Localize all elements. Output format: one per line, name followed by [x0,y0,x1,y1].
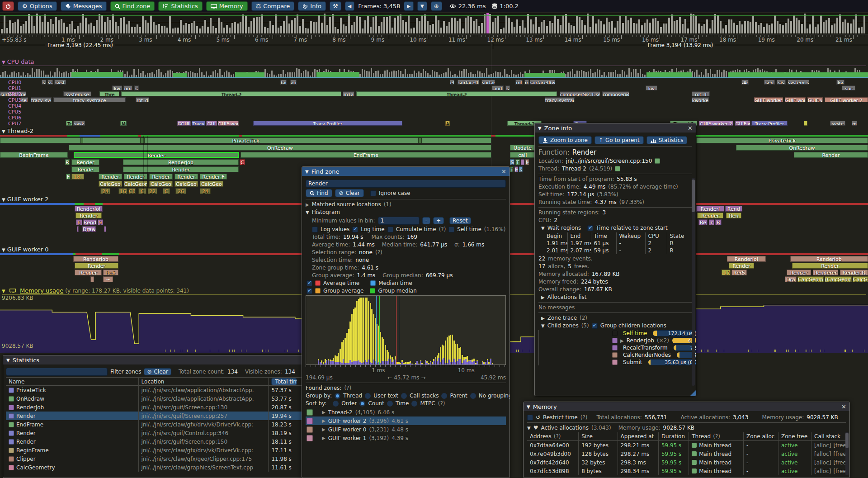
statistics-button[interactable]: Statistics [158,1,202,11]
timeline-zone[interactable]: Render [71,159,99,165]
cpu-zone[interactable]: GUI [206,121,217,126]
timeline-zone[interactable]: Render [75,213,102,218]
prev-frame-button[interactable]: ◀ [345,1,355,11]
timeline-zone[interactable]: Render [74,152,239,158]
child-zone-row[interactable]: ▶ RenderJob (×2) 4.16 ms (92.60%) [606,337,692,344]
timeline-zone[interactable]: 24 [100,188,110,194]
timeline-zone[interactable]: 16 [118,188,127,194]
timeline-zone[interactable]: (CalcGeomet [825,276,852,282]
cpu-zone[interactable]: et [450,80,454,85]
cpu-zone[interactable]: sen [764,80,775,85]
timeline-zone[interactable]: Rend [725,206,742,212]
cpu-zone[interactable]: kw [646,85,657,90]
timeline-zone[interactable]: M [525,159,529,165]
bin-minus-button[interactable]: - [422,217,430,224]
cpu-zone[interactable]: Thread-2 [121,91,341,96]
collapse-icon[interactable]: ▼ [2,289,5,293]
cpu-zone[interactable]: GGUIF [177,121,191,126]
timeline-zone[interactable]: Render [794,152,868,158]
timeline-zone[interactable]: C [240,159,245,165]
log-values-checkbox[interactable] [312,227,318,232]
cpu-zone[interactable]: rol [515,80,523,85]
group-parent-radio[interactable] [441,393,447,399]
power-button[interactable] [2,1,14,11]
timeline-zone[interactable]: T [510,166,514,172]
cpu-zone[interactable]: A [445,121,450,126]
matched-source-locations[interactable]: ▶ Matched source locations(1) [306,201,506,208]
find-button[interactable]: Find [306,189,332,197]
cpu-zone[interactable]: kv [836,80,844,85]
cpu-zone[interactable]: Thre [99,91,119,96]
timeline-zone[interactable]: CalcGeo [149,181,173,187]
time-ruler[interactable]: +55.83 s1 ms2 ms3 ms4 ms5 ms6 ms7 ms8 ms… [0,35,868,42]
timeline-zone[interactable]: Rencer [787,270,811,275]
zone-trace[interactable]: Zone trace [547,315,577,321]
sort-order-radio[interactable] [333,401,339,407]
timeline-zone[interactable] [104,226,106,232]
timeline-zone[interactable]: 9 [98,219,103,225]
cpu-zone[interactable]: surfacefl(w [530,80,555,85]
histogram-section[interactable]: ▼ Histogram [306,209,506,215]
cpu-zone[interactable]: Tracy Profiler [253,121,402,126]
memory-button[interactable]: Memory [206,1,248,11]
allocation-row[interactable]: 0x7dfc53d898 8 bytes 298.34 ms 59.95 s M… [527,467,846,475]
self-time-checkbox[interactable] [448,227,454,232]
timeline-zone[interactable]: C [163,188,170,194]
timeline-zone[interactable]: Render F [200,174,227,180]
cpu-zone[interactable]: s [134,85,139,90]
child-zone-row[interactable]: RecalcTransform 72.92 us (1.62%) [606,345,692,351]
column-location[interactable]: Location [138,377,269,386]
timeline-zone[interactable] [80,137,83,143]
cpu-zone[interactable]: rot_d [136,97,149,102]
goto-frame-button[interactable]: ⊕ [431,1,442,11]
column-appeared[interactable]: Appeared at [618,432,658,441]
resize-handle[interactable] [690,390,696,396]
column-call-stack[interactable]: Call stack [811,432,846,441]
find-zone-button[interactable]: Find zone [110,1,155,11]
log-time-checkbox[interactable] [352,227,358,232]
relative-time-checkbox[interactable] [587,225,593,231]
find-zone-window-titlebar[interactable]: ▼ Find zone ✕ [302,167,509,176]
timeline-zone[interactable]: T [515,159,520,165]
expand-icon[interactable]: ▶ [541,316,545,321]
filter-zones-input[interactable] [6,368,108,376]
collapse-icon[interactable]: ▼ [541,323,545,328]
timeline-zone[interactable]: CalcGeo [200,181,223,187]
cpu-zone[interactable]: syste [830,121,845,126]
timeline-zone[interactable]: call [510,152,535,158]
timeline-zone[interactable]: Re5 [103,270,118,275]
info-button[interactable]: Info [298,1,326,11]
cpu-zone[interactable]: m [852,121,857,126]
cpu-zone[interactable]: tracy_syst [31,97,52,102]
column-size[interactable]: Size [578,432,617,441]
frame-dropdown-button[interactable]: ▼ [417,1,427,11]
timeline-zone[interactable]: RenderJob [123,159,239,165]
cpu-zone[interactable]: kw [112,85,122,90]
collapse-icon[interactable]: ▼ [541,226,545,231]
cpu-zone[interactable]: surfacefl [458,80,479,85]
options-button[interactable]: ⚙Options [18,1,57,11]
timeline-zone[interactable]: CalcGeo [175,181,198,187]
frame-label-right[interactable]: Frame 3,194 (13.92 ms) [493,42,868,48]
found-zone-row[interactable]: ▶ GUIF worker 1 (3,192) 4.39 s [306,434,506,442]
reset-button[interactable]: Reset [449,217,471,224]
timeline-zone[interactable]: Render [729,263,754,269]
zone-thread[interactable]: Thread-2 [562,166,586,172]
timeline-zone[interactable]: RenderJol [727,256,766,262]
timeline-zone[interactable]: RenderJ [696,206,724,212]
cpu-zone[interactable]: tracy_systrace [53,97,126,102]
timeline-zone[interactable]: Rend [83,219,97,225]
allocations-list[interactable]: Allocations list [547,294,587,300]
found-zone-row[interactable]: ▶ GUIF worker 0 (3,231) 4.48 s [306,425,506,434]
timeline-zone[interactable]: BeginFrame [0,152,68,158]
timeline-zone[interactable]: 8 [76,219,82,225]
wait-region-row[interactable]: 1.91 ms1.97 ms 61 μs-2R [544,240,688,247]
timeline-zone[interactable]: PrivateTick [0,137,491,143]
allocation-row[interactable]: 0x7e049b3d00 128 bytes 298.27 ms 59.95 s… [527,450,846,458]
find-zone-query-input[interactable] [306,180,506,188]
column-address[interactable]: Address(?) [527,432,578,441]
timeline-zone[interactable]: RenderJob [73,256,118,262]
expand-icon[interactable]: ▶ [306,202,309,207]
timeline-zone[interactable]: 22 [147,188,157,194]
cpu-zone[interactable]: system-se [63,91,91,96]
